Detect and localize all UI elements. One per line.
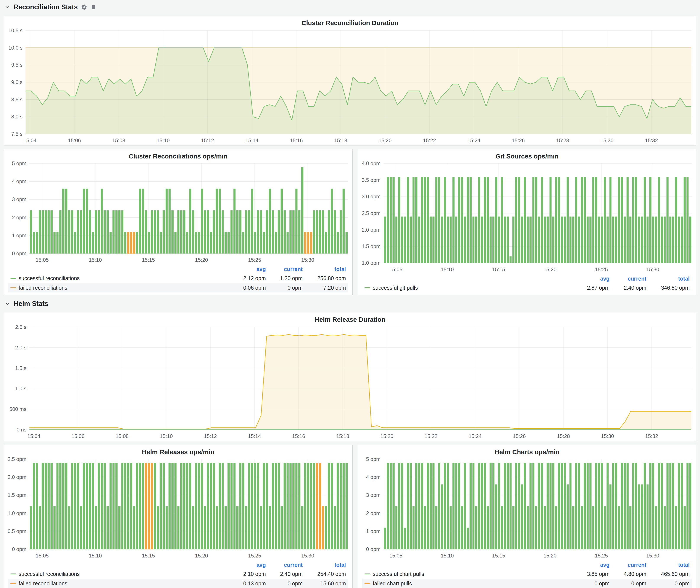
panel-title[interactable]: Git Sources ops/min — [358, 149, 696, 160]
cluster-reconciliations-opm-chart[interactable]: 0 opm1 opm2 opm3 opm4 opm5 opm15:0515:10… — [4, 160, 352, 265]
legend-header-total[interactable]: total — [303, 562, 346, 568]
legend-header-avg[interactable]: avg — [229, 266, 266, 272]
svg-text:15:04: 15:04 — [27, 433, 40, 439]
svg-text:4.0 opm: 4.0 opm — [362, 160, 381, 166]
svg-text:15:20: 15:20 — [379, 137, 392, 143]
reconciliation-panels-row: Cluster Reconciliations ops/min 0 opm1 o… — [4, 149, 696, 295]
panel-title[interactable]: Cluster Reconciliation Duration — [4, 16, 696, 27]
legend-series-toggle[interactable]: successful git pulls — [365, 285, 573, 291]
legend-current-value: 1.20 opm — [266, 275, 303, 281]
svg-text:2 opm: 2 opm — [12, 215, 26, 220]
panel-title[interactable]: Helm Releases ops/min — [4, 445, 352, 456]
panel-helm-release-duration: Helm Release Duration 0 ns500 ms1.0 s1.5… — [4, 312, 696, 441]
legend-current-value: 2.40 opm — [610, 285, 646, 291]
svg-text:15:15: 15:15 — [142, 553, 155, 559]
svg-text:1 opm: 1 opm — [12, 233, 26, 238]
svg-text:15:25: 15:25 — [595, 553, 608, 559]
helm-charts-opm-chart[interactable]: 0 opm1 opm2 opm3 opm4 opm5 opm15:0515:10… — [358, 456, 696, 561]
svg-text:15:10: 15:10 — [160, 433, 173, 439]
panel-title[interactable]: Cluster Reconciliations ops/min — [4, 149, 352, 160]
panel-cluster-reconciliations-opm: Cluster Reconciliations ops/min 0 opm1 o… — [4, 149, 353, 295]
legend-total-value: 0 opm — [646, 580, 690, 587]
dashboard: Reconciliation Stats Cluster Reconciliat… — [0, 0, 700, 588]
helm-release-duration-chart[interactable]: 0 ns500 ms1.0 s1.5 s2.0 s2.5 s15:0415:06… — [4, 324, 696, 441]
svg-text:15:24: 15:24 — [469, 433, 482, 439]
section-header-reconciliation-stats: Reconciliation Stats — [4, 2, 696, 12]
gear-icon[interactable] — [81, 4, 87, 10]
legend-series-toggle[interactable]: successful reconciliations — [10, 571, 229, 577]
svg-text:15:28: 15:28 — [556, 137, 569, 143]
svg-text:15:12: 15:12 — [201, 137, 214, 143]
legend-header-current[interactable]: current — [610, 276, 646, 282]
legend-avg-value: 2.10 opm — [229, 571, 266, 577]
svg-text:15:14: 15:14 — [248, 433, 261, 439]
legend-header-total[interactable]: total — [646, 562, 690, 568]
legend-current-value: 0 opm — [266, 285, 303, 291]
svg-text:15:24: 15:24 — [467, 137, 480, 143]
svg-text:15:32: 15:32 — [645, 433, 658, 439]
legend-row-successful-reconciliations: successful reconciliations 2.12 opm 1.20… — [8, 273, 348, 283]
svg-text:15:08: 15:08 — [116, 433, 129, 439]
legend-row-failed-reconciliations: failed reconciliations 0.13 opm 0 opm 15… — [8, 579, 348, 588]
svg-text:15:20: 15:20 — [380, 433, 393, 439]
svg-text:0 opm: 0 opm — [12, 250, 26, 256]
helm-releases-opm-chart[interactable]: 0 opm0.5 opm1.0 opm1.5 opm2.0 opm2.5 opm… — [4, 456, 352, 561]
section-title-helm-stats[interactable]: Helm Stats — [14, 300, 48, 308]
svg-text:1.0 s: 1.0 s — [15, 386, 26, 391]
svg-text:9.0 s: 9.0 s — [11, 79, 23, 85]
svg-text:15:18: 15:18 — [336, 433, 349, 439]
svg-text:2.5 opm: 2.5 opm — [8, 456, 26, 462]
legend-header-current[interactable]: current — [266, 562, 303, 568]
svg-text:10.5 s: 10.5 s — [8, 27, 23, 33]
svg-text:15:22: 15:22 — [424, 433, 437, 439]
legend-avg-value: 3.85 opm — [573, 571, 610, 577]
svg-text:4 opm: 4 opm — [12, 178, 26, 184]
trash-icon[interactable] — [91, 4, 96, 10]
legend-series-toggle[interactable]: successful chart pulls — [365, 571, 573, 577]
legend-header-total[interactable]: total — [646, 276, 690, 282]
helm-panels-row: Helm Releases ops/min 0 opm0.5 opm1.0 op… — [4, 445, 696, 588]
svg-text:1.5 opm: 1.5 opm — [362, 243, 381, 249]
cluster-reconciliation-duration-chart[interactable]: 7.5 s8.0 s8.5 s9.0 s9.5 s10.0 s10.5 s15:… — [4, 27, 696, 145]
legend-header-row: avg current total — [8, 561, 348, 569]
svg-text:1.0 opm: 1.0 opm — [362, 260, 381, 266]
svg-text:5 opm: 5 opm — [366, 456, 381, 462]
legend-total-value: 15.60 opm — [303, 580, 346, 587]
legend-total-value: 254.40 opm — [303, 571, 346, 577]
svg-text:15:30: 15:30 — [646, 267, 659, 272]
section-title-reconciliation-stats[interactable]: Reconciliation Stats — [14, 3, 78, 11]
legend-header-current[interactable]: current — [266, 266, 303, 272]
legend-series-toggle[interactable]: failed reconciliations — [10, 285, 229, 291]
svg-text:15:15: 15:15 — [492, 267, 505, 272]
svg-text:3 opm: 3 opm — [12, 196, 26, 202]
chevron-down-icon[interactable] — [5, 4, 10, 10]
svg-text:15:10: 15:10 — [441, 553, 454, 559]
panel-title[interactable]: Helm Release Duration — [4, 312, 696, 324]
svg-text:15:06: 15:06 — [71, 433, 84, 439]
legend-header-avg[interactable]: avg — [229, 562, 266, 568]
legend-header-avg[interactable]: avg — [573, 276, 610, 282]
legend-series-toggle[interactable]: failed chart pulls — [365, 580, 573, 587]
svg-text:2.0 opm: 2.0 opm — [8, 474, 26, 480]
legend-row-successful-chart-pulls: successful chart pulls 3.85 opm 4.80 opm… — [362, 569, 692, 579]
legend-series-toggle[interactable]: successful reconciliations — [10, 275, 229, 281]
svg-text:15:10: 15:10 — [89, 257, 102, 263]
svg-text:8.5 s: 8.5 s — [11, 97, 23, 102]
legend-current-value: 0 opm — [610, 580, 646, 587]
legend-header-current[interactable]: current — [610, 562, 646, 568]
chevron-down-icon[interactable] — [5, 301, 10, 307]
svg-text:15:30: 15:30 — [301, 553, 314, 559]
legend-header-avg[interactable]: avg — [573, 562, 610, 568]
svg-text:0 opm: 0 opm — [366, 546, 381, 552]
legend: avg current total successful chart pulls… — [358, 561, 696, 588]
legend-series-name: failed reconciliations — [19, 285, 67, 291]
svg-text:15:16: 15:16 — [290, 137, 303, 143]
svg-text:15:20: 15:20 — [195, 257, 208, 263]
legend-series-toggle[interactable]: failed reconciliations — [10, 580, 229, 587]
legend-header-total[interactable]: total — [303, 266, 346, 272]
git-sources-opm-chart[interactable]: 1.0 opm1.5 opm2.0 opm2.5 opm3.0 opm3.5 o… — [358, 160, 696, 274]
legend-current-value: 2.40 opm — [266, 571, 303, 577]
legend-total-value: 7.20 opm — [303, 285, 346, 291]
panel-title[interactable]: Helm Charts ops/min — [358, 445, 696, 456]
svg-text:2.0 s: 2.0 s — [15, 345, 26, 351]
